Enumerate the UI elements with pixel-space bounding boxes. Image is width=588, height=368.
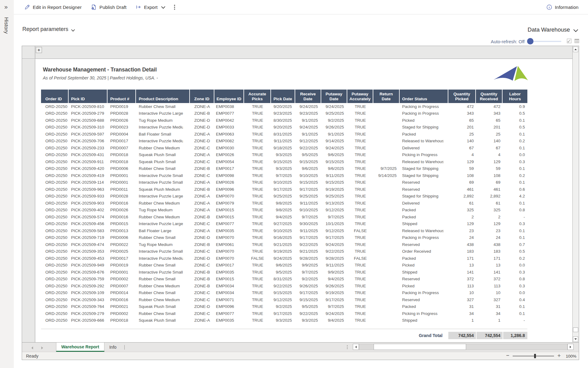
table-cell: ORD-20250 (41, 138, 69, 145)
table-cell: ZONE-D (190, 117, 214, 124)
table-cell: PICK-202509-310 (69, 124, 107, 131)
table-cell: 65 (448, 117, 476, 124)
table-cell: Reserved (400, 179, 448, 186)
table-cell: Shipped (400, 220, 448, 228)
table-cell: 9/11/2025 (321, 262, 347, 269)
column-header: Quantity Picked (448, 90, 476, 103)
table-cell: 113 (476, 282, 503, 289)
scroll-down-button[interactable] (573, 336, 578, 342)
table-cell: PICK-202509-233 (69, 144, 107, 151)
publish-draft-button[interactable]: Publish Draft (91, 4, 126, 10)
more-options-button[interactable] (174, 5, 175, 10)
table-cell: PRD0002 (107, 310, 136, 317)
table-cell: 34 (448, 310, 476, 317)
table-cell: 9/3/2025 (271, 151, 295, 159)
table-cell: TRUE (244, 241, 271, 248)
table-cell: ZONE-C (190, 248, 214, 255)
table-cell: 4 (476, 151, 503, 159)
scroll-right-button[interactable] (567, 344, 574, 350)
table-cell: 0.3 (503, 269, 527, 276)
table-cell: 31 (476, 303, 503, 310)
table-cell: TRUE (244, 234, 271, 241)
table-cell: 0.2 (503, 138, 527, 145)
table-cell: PICK-202509-402 (69, 207, 107, 214)
data-source-dropdown[interactable]: Data Warehouse (528, 26, 578, 34)
table-row: ORD-20250PICK-202509-574PRD0016Rubber Ch… (41, 213, 527, 220)
table-row: ORD-20250PICK-202509-343PRD0016Rubber Ch… (41, 296, 527, 303)
table-cell: PRD0017 (107, 255, 136, 262)
outline-expand-button[interactable]: + (36, 47, 42, 53)
scroll-left-button[interactable] (353, 344, 359, 350)
table-cell: 9/30/2025 (295, 220, 321, 228)
table-cell: 325 (476, 207, 503, 214)
data-source-label: Data Warehouse (528, 26, 570, 33)
grand-total-spacer (41, 332, 400, 339)
vertical-scrollbar[interactable] (572, 46, 579, 342)
expand-pane-button[interactable]: » (4, 3, 8, 10)
table-cell: PICK-202509-963 (69, 186, 107, 193)
table-cell: PRD0016 (107, 296, 136, 303)
horizontal-scrollbar-thumb[interactable] (374, 344, 466, 350)
table-cell: 9/24/2025 (321, 310, 347, 317)
table-cell: Packing in Progress (400, 289, 448, 297)
column-header: Pick Date (271, 90, 295, 103)
sheet-tab-warehouse-report[interactable]: Warehouse Report (56, 343, 104, 352)
table-cell: PRD0007 (107, 144, 136, 151)
table-cell: 0.1 (503, 144, 527, 151)
information-button[interactable]: Information (546, 4, 579, 10)
previous-sheet-button[interactable] (31, 345, 33, 351)
table-cell: 67 (448, 144, 476, 151)
table-cell: PRD0022 (107, 241, 136, 248)
table-cell: - (503, 317, 527, 324)
table-cell: 2,892 (448, 193, 476, 200)
table-cell: ORD-20250 (41, 103, 69, 110)
zoom-in-button[interactable]: + (556, 352, 562, 359)
table-row: ORD-20250PICK-202509-431PRD0018Squeak Pl… (41, 151, 527, 159)
table-cell: ORD-20250 (41, 303, 69, 310)
scroll-up-button[interactable] (573, 47, 578, 52)
table-cell: PICK-202509-706 (69, 138, 107, 145)
tab-strip-grip-icon[interactable] (347, 345, 348, 351)
column-header: Quantity Received (476, 90, 503, 103)
table-cell: PICK-202509-456 (69, 220, 107, 228)
table-cell: PICK-202509-666 (69, 317, 107, 324)
table-cell: Staged for Shipping (400, 124, 448, 131)
table-cell: 9/28/2025 (321, 255, 347, 262)
table-cell: PRD0018 (107, 151, 136, 159)
table-row: ORD-20250PICK-202509-583PRD0013Ball Floa… (41, 227, 527, 234)
popout-view-icon[interactable] (567, 38, 572, 45)
table-cell: EMP0026 (214, 151, 244, 159)
edit-in-report-designer-button[interactable]: Edit in Report Designer (24, 4, 82, 10)
auto-refresh-toggle[interactable] (527, 37, 561, 45)
column-header: Pick ID (69, 90, 107, 103)
zoom-controls: − + 100% (505, 352, 576, 360)
table-cell: ZONE-A (190, 317, 214, 324)
table-cell: 201 (448, 124, 476, 131)
table-cell: Staged for Shipping (400, 193, 448, 200)
table-cell: Picking in Progress (400, 310, 448, 317)
table-cell: PICK-202509-431 (69, 151, 107, 159)
table-cell: 9/25/2025 (295, 193, 321, 200)
table-cell: 171 (448, 255, 476, 262)
outline-band: + (22, 46, 572, 59)
export-button[interactable]: Export (136, 4, 165, 10)
history-pane-label[interactable]: History (3, 17, 9, 34)
table-cell (373, 317, 400, 324)
zoom-slider[interactable] (513, 352, 554, 360)
sheet-tab-info[interactable]: Info (104, 343, 121, 352)
auto-refresh-knob[interactable] (527, 38, 533, 44)
table-cell: 9/4/2025 (321, 276, 347, 283)
table-cell: Picked (400, 262, 448, 269)
table-cell: TRUE (244, 220, 271, 228)
zoom-out-button[interactable]: − (505, 352, 511, 359)
report-parameters-toggle[interactable]: Report parameters (22, 25, 75, 33)
next-sheet-button[interactable] (41, 345, 43, 351)
table-cell: TRUE (347, 220, 373, 228)
zoom-slider-handle[interactable] (534, 354, 536, 358)
vertical-scrollbar-thumb[interactable] (573, 328, 578, 332)
table-view-icon[interactable] (574, 38, 579, 45)
table-cell: 9/8/2025 (271, 207, 295, 214)
table-cell: 59 (476, 165, 503, 172)
table-cell: EMP0030 (214, 144, 244, 151)
table-row: ORD-20250PICK-202509-719PRD0006Rubber Ch… (41, 234, 527, 241)
